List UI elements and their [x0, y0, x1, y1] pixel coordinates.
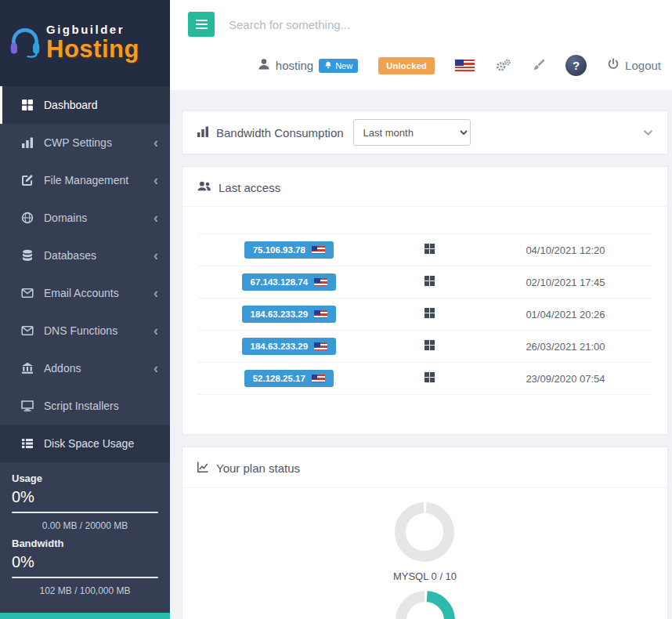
new-badge[interactable]: New	[319, 59, 358, 73]
access-date: 01/04/2021 20:26	[479, 299, 652, 331]
usage-panel: Usage 0% 0.00 MB / 20000 MB Bandwidth 0%…	[0, 462, 170, 596]
bar-chart-icon	[21, 136, 34, 149]
brand-name-bottom: Hosting	[46, 37, 139, 63]
access-row: 52.128.25.17	[198, 363, 652, 395]
envelope-icon	[21, 287, 34, 299]
ip-badge[interactable]: 75.106.93.78	[244, 241, 334, 259]
unlocked-badge[interactable]: Unlocked	[378, 57, 435, 74]
usage-detail: 0.00 MB / 20000 MB	[12, 520, 158, 531]
menu-toggle-button[interactable]	[188, 12, 215, 37]
sidebar-item-databases[interactable]: Databases	[0, 237, 170, 274]
list-icon	[21, 437, 34, 450]
ip-badge[interactable]: 184.63.233.29	[242, 306, 337, 323]
access-row: 184.63.233.29	[198, 299, 652, 331]
chevron-left-icon	[154, 173, 158, 187]
windows-icon	[424, 340, 435, 353]
windows-icon	[424, 276, 435, 289]
us-flag-icon	[314, 342, 327, 350]
plan-status-title-text: Your plan status	[216, 462, 300, 475]
logout-button[interactable]: Logout	[607, 58, 661, 73]
sidebar-item-addons[interactable]: Addons	[0, 349, 170, 387]
sidebar-item-dashboard[interactable]: Dashboard	[0, 86, 170, 124]
access-date: 02/10/2021 17:45	[479, 266, 652, 299]
user-icon	[258, 58, 270, 73]
access-row: 184.63.233.29	[198, 331, 652, 363]
sidebar-item-cwp-settings[interactable]: CWP Settings	[0, 124, 170, 161]
headphones-icon	[8, 25, 42, 61]
envelope-icon	[21, 324, 34, 337]
us-flag-icon	[314, 278, 327, 286]
last-access-card: Last access 75.106.93.78	[182, 166, 668, 435]
plan-charts: MYSQL 0 / 10	[182, 488, 667, 619]
gears-icon[interactable]	[495, 59, 511, 72]
usage-progress-bar	[12, 512, 158, 513]
access-date: 26/03/2021 21:00	[479, 331, 652, 363]
sidebar-item-email-accounts[interactable]: Email Accounts	[0, 274, 170, 312]
bank-icon	[21, 362, 34, 375]
last-access-title-text: Last access	[219, 181, 280, 194]
collapse-chevron-icon[interactable]	[643, 129, 653, 136]
access-date: 04/10/2021 12:20	[479, 234, 652, 266]
topbar: hosting New Unlocked	[170, 0, 672, 90]
chevron-left-icon	[154, 324, 158, 338]
chevron-left-icon	[154, 248, 158, 262]
access-row: 67.143.128.74	[198, 266, 652, 299]
sidebar-item-script-installers[interactable]: Script Installers	[0, 387, 170, 425]
ip-address: 67.143.128.74	[251, 277, 309, 287]
plan-status-title: Your plan status	[197, 461, 300, 476]
bandwidth-progress-bar	[12, 577, 158, 578]
ip-address: 75.106.93.78	[253, 245, 305, 255]
plan-donut: MYSQL 0 / 10	[393, 501, 457, 582]
us-flag-icon	[312, 375, 325, 382]
bandwidth-card: Bandwidth Consumption Last month	[182, 110, 668, 154]
us-flag-icon[interactable]	[455, 60, 475, 71]
chevron-left-icon	[154, 361, 158, 375]
windows-icon	[424, 308, 435, 321]
chevron-left-icon	[154, 286, 158, 300]
ip-badge[interactable]: 184.63.233.29	[242, 338, 337, 355]
sidebar-item-disk-space-usage[interactable]: Disk Space Usage	[0, 425, 170, 462]
sidebar-item-file-management[interactable]: File Management	[0, 161, 170, 199]
desktop-icon	[21, 400, 34, 412]
bandwidth-percent: 0%	[12, 553, 158, 571]
ip-badge[interactable]: 67.143.128.74	[242, 273, 337, 291]
database-icon	[21, 249, 34, 262]
logout-label: Logout	[625, 59, 661, 72]
sidebar-item-domains[interactable]: Domains	[0, 199, 170, 237]
windows-icon	[424, 372, 435, 386]
us-flag-icon	[312, 246, 325, 254]
plan-status-card: Your plan status MYSQL 0 / 10	[182, 447, 668, 619]
main-content: Bandwidth Consumption Last month	[170, 90, 672, 619]
sidebar-footer-strip[interactable]	[0, 613, 170, 619]
bandwidth-card-title: Bandwidth Consumption	[197, 125, 344, 140]
chevron-left-icon	[154, 211, 158, 225]
ip-address: 52.128.25.17	[253, 374, 305, 383]
last-access-title: Last access	[197, 180, 280, 194]
usage-percent: 0%	[12, 488, 158, 506]
brush-icon[interactable]	[532, 59, 545, 72]
sidebar-item-dns-functions[interactable]: DNS Functions	[0, 312, 170, 349]
bar-chart-icon	[197, 125, 209, 140]
bandwidth-label: Bandwidth	[12, 538, 158, 549]
help-icon[interactable]	[565, 55, 587, 76]
period-select[interactable]: Last month	[353, 119, 471, 146]
dashboard-icon	[21, 99, 34, 111]
ip-address: 184.63.233.29	[251, 310, 309, 319]
brand-logo[interactable]: Gigbuilder Hosting	[0, 0, 170, 86]
line-chart-icon	[197, 461, 209, 476]
bandwidth-detail: 102 MB / 100,000 MB	[12, 585, 158, 596]
plan-donut	[395, 590, 456, 619]
chevron-left-icon	[154, 136, 158, 150]
us-flag-icon	[314, 310, 327, 318]
sidebar: Gigbuilder Hosting Dashboard CWP Setting…	[0, 0, 170, 619]
ip-badge[interactable]: 52.128.25.17	[244, 370, 334, 387]
access-date: 23/09/2020 07:54	[479, 363, 652, 395]
globe-icon	[21, 212, 34, 224]
bell-icon	[324, 61, 332, 71]
ip-address: 184.63.233.29	[251, 342, 309, 351]
access-row: 75.106.93.78	[198, 234, 652, 266]
plan-chart-label: MYSQL 0 / 10	[393, 570, 457, 582]
user-menu[interactable]: hosting New	[258, 58, 358, 73]
new-badge-label: New	[335, 61, 352, 71]
search-input[interactable]	[229, 18, 479, 31]
